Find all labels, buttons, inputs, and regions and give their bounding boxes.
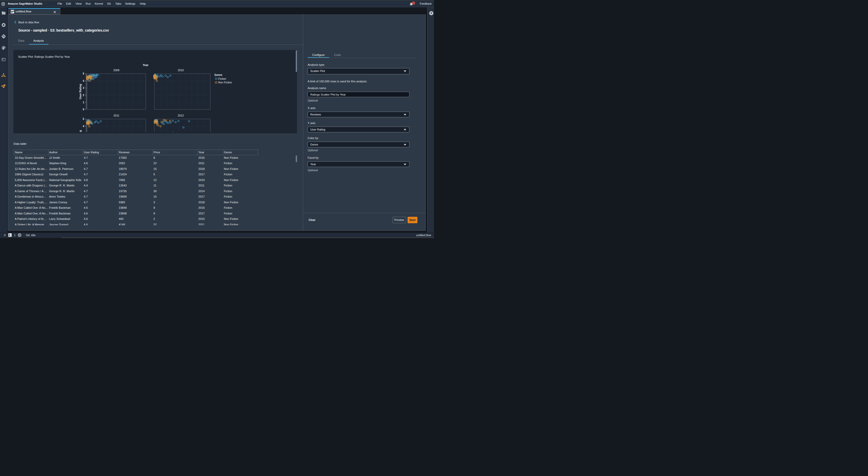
svg-text:Non Fiction: Non Fiction xyxy=(218,81,232,84)
svg-text:2011: 2011 xyxy=(114,114,119,117)
svg-text:5: 5 xyxy=(83,72,84,75)
svg-text:2012: 2012 xyxy=(178,114,184,117)
svg-text:Genre: Genre xyxy=(214,73,222,77)
svg-text:Fiction: Fiction xyxy=(218,77,226,80)
svg-text:0: 0 xyxy=(83,108,84,111)
svg-text:2: 2 xyxy=(83,94,84,97)
svg-text:User Rating: User Rating xyxy=(79,84,82,99)
svg-text:5: 5 xyxy=(83,118,84,120)
svg-text:1: 1 xyxy=(83,101,84,103)
svg-text:4: 4 xyxy=(83,79,84,82)
svg-text:4: 4 xyxy=(83,125,84,127)
svg-text:Year: Year xyxy=(143,63,148,66)
svg-text:Scatter Plot: Ratings Scatter: Scatter Plot: Ratings Scatter Plot by Ye… xyxy=(18,55,70,58)
svg-text:$_: $_ xyxy=(8,234,11,236)
svg-text:User Rating: User Rating xyxy=(79,130,82,133)
svg-text:2010: 2010 xyxy=(178,68,184,71)
svg-text:2009: 2009 xyxy=(114,68,120,71)
svg-text:3: 3 xyxy=(83,87,84,89)
